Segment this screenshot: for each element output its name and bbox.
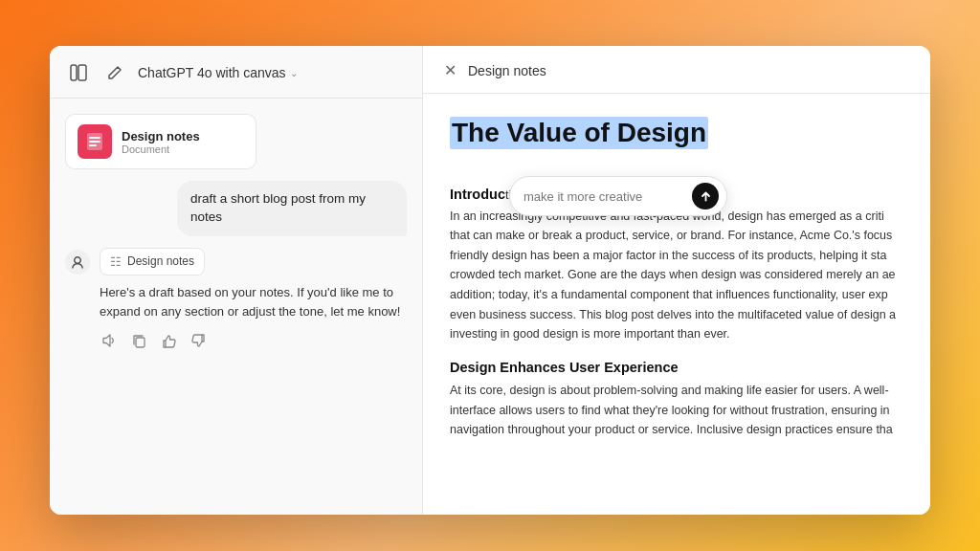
left-panel: ChatGPT 4o with canvas ⌄ Design notes Do… xyxy=(50,46,423,515)
document-type: Document xyxy=(122,143,200,155)
copy-button[interactable] xyxy=(130,331,148,350)
svg-point-3 xyxy=(65,250,90,275)
document-title: Design notes xyxy=(122,129,200,143)
right-content: The Value of Design Introduction In an i… xyxy=(423,94,930,515)
document-icon xyxy=(78,124,112,159)
inline-edit-input[interactable] xyxy=(523,189,684,204)
sidebar-toggle-button[interactable] xyxy=(65,59,92,86)
svg-rect-1 xyxy=(78,65,86,80)
section1-paragraph: At its core, design is about problem-sol… xyxy=(450,381,903,440)
svg-rect-0 xyxy=(71,65,77,80)
assistant-message-row: ☷ Design notes Here's a draft based on y… xyxy=(65,248,407,364)
small-doc-icon: ☷ xyxy=(110,254,122,269)
document-card[interactable]: Design notes Document xyxy=(65,114,256,169)
action-buttons xyxy=(100,331,407,364)
audio-button[interactable] xyxy=(100,331,119,350)
close-button[interactable]: ✕ xyxy=(442,59,458,81)
app-container: ChatGPT 4o with canvas ⌄ Design notes Do… xyxy=(50,46,930,515)
thumbs-up-button[interactable] xyxy=(160,331,178,350)
svg-rect-4 xyxy=(136,338,145,347)
assistant-doc-reference: ☷ Design notes xyxy=(100,248,205,276)
document-main-title: The Value of Design xyxy=(450,117,903,166)
assistant-text: Here's a draft based on your notes. If y… xyxy=(100,283,407,321)
right-panel: ✕ Design notes The Value of Design Intr xyxy=(423,46,930,515)
right-header: ✕ Design notes xyxy=(423,46,930,94)
document-info: Design notes Document xyxy=(122,129,200,155)
section1-title: Design Enhances User Experience xyxy=(450,360,903,375)
inline-edit-popup xyxy=(509,176,727,216)
user-message: draft a short blog post from my notes xyxy=(177,181,407,236)
assistant-content: ☷ Design notes Here's a draft based on y… xyxy=(100,248,407,364)
left-header: ChatGPT 4o with canvas ⌄ xyxy=(50,46,422,99)
assistant-avatar xyxy=(65,250,90,275)
chat-area: Design notes Document draft a short blog… xyxy=(50,99,422,515)
thumbs-down-button[interactable] xyxy=(189,331,208,350)
intro-label: Introduc xyxy=(450,187,505,202)
inline-send-button[interactable] xyxy=(692,183,719,209)
edit-button[interactable] xyxy=(101,59,128,86)
chevron-down-icon: ⌄ xyxy=(290,68,298,78)
model-selector[interactable]: ChatGPT 4o with canvas ⌄ xyxy=(138,65,298,80)
right-panel-title: Design notes xyxy=(468,63,546,78)
